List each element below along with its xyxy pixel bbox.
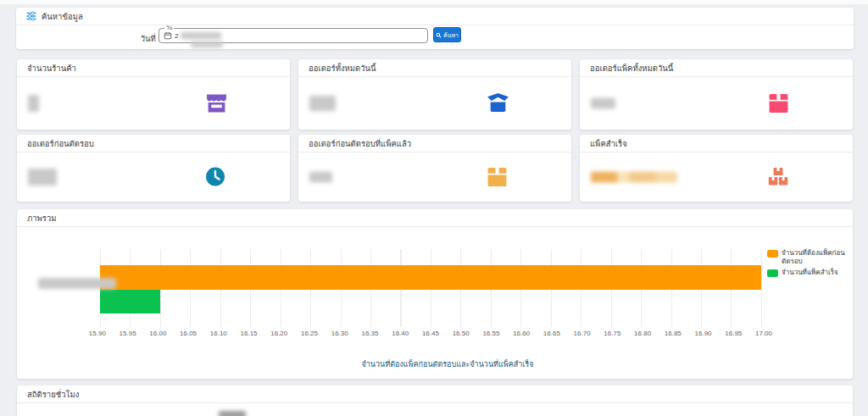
stat-card-title: ออเดอร์แพ็คทั้งหมดวันนี้ — [580, 59, 853, 77]
legend-item-pack-success[interactable]: จำนวนที่แพ็คสำเร็จ — [767, 269, 849, 277]
search-button[interactable]: ค้นหา — [433, 27, 461, 42]
x-tick: 17.00 — [748, 330, 779, 337]
store-icon — [205, 92, 228, 114]
hourly-stats-title: สถิติรายชั่วโมง — [17, 385, 853, 403]
search-card-header: ค้นหาข้อมูล — [16, 8, 854, 25]
x-axis-ticks: 15.90 15.95 16.00 16.05 16.10 16.15 16.2… — [82, 330, 779, 337]
x-tick: 16.50 — [446, 330, 476, 337]
overview-title: ภาพรวม — [17, 209, 853, 227]
redacted-stat-value — [28, 169, 57, 186]
legend-label: จำนวนที่แพ็คสำเร็จ — [782, 269, 838, 277]
x-tick: 16.80 — [627, 330, 658, 337]
box-open-icon — [487, 92, 509, 114]
x-tick: 16.40 — [385, 330, 415, 337]
date-input-float-label: วัน — [164, 25, 174, 31]
search-card: ค้นหาข้อมูล วันที่ : วัน 2 ค้นหา — [16, 8, 854, 49]
x-axis-title: จำนวนที่ต้องแพ็คก่อนตัดรอบและจำนวนที่แพ็… — [100, 358, 795, 370]
redacted-date-value — [181, 32, 221, 39]
redacted-category-label — [38, 278, 116, 289]
stat-card-title: ออเดอร์ทั้งหมดวันนี้ — [298, 59, 571, 77]
bar-pack-before-cutoff — [100, 265, 761, 290]
sliders-icon — [26, 11, 36, 21]
stat-card-shops: จำนวนร้านค้า — [17, 59, 290, 130]
redacted-stat-value — [309, 171, 332, 182]
x-tick: 16.95 — [718, 330, 748, 337]
legend-label: จำนวนที่ต้องแพ็คก่อนตัดรอบ — [782, 249, 849, 265]
x-tick: 15.95 — [113, 330, 143, 337]
calendar-icon[interactable] — [164, 31, 172, 40]
stat-card-title: ออเดอร์ก่อนตัดรอบ — [17, 135, 290, 153]
x-tick: 16.30 — [325, 330, 355, 337]
overview-chart-card: ภาพรวม 15.90 15.95 16.00 16.05 16.10 16.… — [17, 209, 853, 379]
search-card-title: ค้นหาข้อมูล — [42, 10, 83, 23]
x-tick: 16.70 — [567, 330, 598, 337]
x-tick: 16.35 — [355, 330, 386, 337]
redacted-stat-value — [591, 171, 677, 182]
box-icon — [768, 92, 791, 114]
x-tick: 16.25 — [294, 330, 325, 337]
x-tick: 16.10 — [203, 330, 234, 337]
x-tick: 16.90 — [688, 330, 719, 337]
x-tick: 16.05 — [173, 330, 203, 337]
bar-pack-success — [100, 290, 160, 313]
date-value-prefix: 2 — [175, 32, 178, 40]
x-tick: 16.85 — [658, 330, 688, 337]
redacted-stat-value — [309, 96, 336, 111]
redacted-hourly-content — [219, 411, 246, 416]
x-tick: 16.75 — [597, 330, 627, 337]
search-button-label: ค้นหา — [443, 31, 459, 40]
stat-card-pack-success: แพ็คสำเร็จ — [580, 135, 853, 202]
stat-card-packed-today: ออเดอร์แพ็คทั้งหมดวันนี้ — [580, 59, 853, 130]
x-tick: 16.60 — [506, 330, 537, 337]
legend-swatch-green — [767, 269, 778, 277]
x-tick: 15.90 — [82, 330, 113, 337]
date-label: วันที่ : — [67, 32, 160, 45]
x-tick: 16.45 — [415, 330, 446, 337]
box-icon — [487, 166, 509, 187]
legend-swatch-orange — [767, 250, 778, 258]
x-tick: 16.00 — [142, 330, 173, 337]
stat-card-title: ออเดอร์ก่อนตัดรอบที่แพ็คแล้ว — [298, 135, 571, 153]
clock-icon — [205, 166, 228, 187]
top-strip — [0, 0, 868, 4]
x-tick: 16.15 — [234, 330, 264, 337]
stat-card-before-cutoff: ออเดอร์ก่อนตัดรอบ — [17, 135, 290, 202]
stat-card-orders-today: ออเดอร์ทั้งหมดวันนี้ — [298, 59, 571, 130]
stat-card-title: จำนวนร้านค้า — [17, 59, 290, 77]
x-tick: 16.65 — [537, 330, 567, 337]
search-form-row: วันที่ : วัน 2 ค้นหา — [16, 25, 854, 48]
redacted-stat-value — [28, 95, 39, 112]
legend-item-pack-before-cutoff[interactable]: จำนวนที่ต้องแพ็คก่อนตัดรอบ — [767, 249, 849, 265]
x-tick: 16.20 — [264, 330, 294, 337]
search-icon — [436, 32, 442, 38]
redacted-date-value-2 — [191, 42, 223, 47]
x-tick: 16.55 — [476, 330, 507, 337]
stat-card-title: แพ็คสำเร็จ — [580, 135, 853, 153]
boxes-stacked-icon — [768, 166, 791, 187]
redacted-stat-value — [591, 97, 615, 108]
chart-legend: จำนวนที่ต้องแพ็คก่อนตัดรอบ จำนวนที่แพ็คส… — [767, 249, 849, 280]
hourly-stats-card: สถิติรายชั่วโมง — [17, 385, 853, 416]
stat-card-before-cutoff-packed: ออเดอร์ก่อนตัดรอบที่แพ็คแล้ว — [298, 135, 571, 202]
